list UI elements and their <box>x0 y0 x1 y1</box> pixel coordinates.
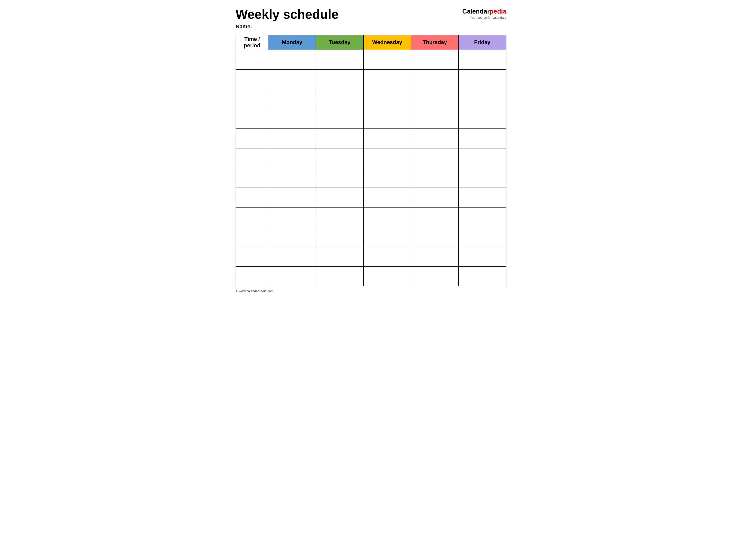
name-label: Name: <box>235 23 338 30</box>
schedule-cell[interactable] <box>459 128 506 148</box>
page-title: Weekly schedule <box>235 7 338 21</box>
schedule-cell[interactable] <box>316 109 363 128</box>
schedule-cell[interactable] <box>459 168 506 187</box>
col-header-time: Time / period <box>236 35 268 50</box>
schedule-cell[interactable] <box>363 266 411 286</box>
schedule-cell[interactable] <box>316 168 363 187</box>
schedule-cell[interactable] <box>316 148 363 168</box>
schedule-cell[interactable] <box>411 148 459 168</box>
schedule-cell[interactable] <box>411 69 459 89</box>
schedule-cell[interactable] <box>363 50 411 69</box>
schedule-cell[interactable] <box>411 168 459 187</box>
time-cell[interactable] <box>236 227 268 247</box>
schedule-cell[interactable] <box>316 227 363 247</box>
schedule-cell[interactable] <box>316 69 363 89</box>
schedule-cell[interactable] <box>459 187 506 207</box>
schedule-cell[interactable] <box>268 109 316 128</box>
schedule-cell[interactable] <box>411 109 459 128</box>
schedule-cell[interactable] <box>363 247 411 266</box>
schedule-cell[interactable] <box>363 227 411 247</box>
time-cell[interactable] <box>236 207 268 227</box>
schedule-cell[interactable] <box>316 187 363 207</box>
table-row <box>236 89 506 109</box>
time-cell[interactable] <box>236 148 268 168</box>
schedule-cell[interactable] <box>316 128 363 148</box>
schedule-cell[interactable] <box>411 128 459 148</box>
copyright: © www.calendarpedia.com <box>235 289 273 293</box>
col-header-tuesday: Tuesday <box>316 35 363 50</box>
schedule-cell[interactable] <box>316 50 363 69</box>
footer: © www.calendarpedia.com <box>235 289 507 293</box>
time-cell[interactable] <box>236 109 268 128</box>
logo-section: Calendarpedia Your source for calendars <box>462 7 507 20</box>
logo-calendar: Calendar <box>462 8 490 15</box>
time-cell[interactable] <box>236 89 268 109</box>
schedule-body <box>236 50 506 286</box>
col-header-wednesday: Wednesday <box>363 35 411 50</box>
time-cell[interactable] <box>236 247 268 266</box>
schedule-cell[interactable] <box>268 187 316 207</box>
schedule-cell[interactable] <box>268 128 316 148</box>
schedule-cell[interactable] <box>316 247 363 266</box>
schedule-cell[interactable] <box>459 247 506 266</box>
schedule-cell[interactable] <box>411 50 459 69</box>
logo-text: Calendarpedia <box>462 7 507 16</box>
schedule-cell[interactable] <box>316 266 363 286</box>
schedule-cell[interactable] <box>268 168 316 187</box>
schedule-cell[interactable] <box>268 207 316 227</box>
schedule-cell[interactable] <box>363 89 411 109</box>
schedule-cell[interactable] <box>316 89 363 109</box>
header: Weekly schedule Name: Calendarpedia Your… <box>235 7 507 30</box>
table-header-row: Time / period Monday Tuesday Wednesday T… <box>236 35 506 50</box>
schedule-cell[interactable] <box>459 109 506 128</box>
schedule-cell[interactable] <box>363 148 411 168</box>
title-section: Weekly schedule Name: <box>235 7 338 30</box>
schedule-cell[interactable] <box>363 168 411 187</box>
time-cell[interactable] <box>236 266 268 286</box>
schedule-cell[interactable] <box>316 207 363 227</box>
schedule-cell[interactable] <box>459 50 506 69</box>
table-row <box>236 148 506 168</box>
col-header-friday: Friday <box>459 35 506 50</box>
schedule-cell[interactable] <box>268 69 316 89</box>
schedule-cell[interactable] <box>268 148 316 168</box>
schedule-cell[interactable] <box>459 89 506 109</box>
logo-subtext: Your source for calendars <box>462 16 507 20</box>
schedule-cell[interactable] <box>363 69 411 89</box>
schedule-cell[interactable] <box>268 227 316 247</box>
schedule-cell[interactable] <box>268 50 316 69</box>
schedule-cell[interactable] <box>268 247 316 266</box>
time-cell[interactable] <box>236 69 268 89</box>
logo-pedia: pedia <box>490 8 507 15</box>
time-cell[interactable] <box>236 128 268 148</box>
schedule-cell[interactable] <box>411 247 459 266</box>
schedule-table: Time / period Monday Tuesday Wednesday T… <box>235 35 507 286</box>
table-row <box>236 109 506 128</box>
time-cell[interactable] <box>236 168 268 187</box>
time-cell[interactable] <box>236 50 268 69</box>
table-row <box>236 69 506 89</box>
schedule-cell[interactable] <box>459 227 506 247</box>
schedule-cell[interactable] <box>411 187 459 207</box>
col-header-thursday: Thursday <box>411 35 459 50</box>
col-header-monday: Monday <box>268 35 316 50</box>
schedule-cell[interactable] <box>459 266 506 286</box>
schedule-cell[interactable] <box>459 69 506 89</box>
schedule-cell[interactable] <box>268 266 316 286</box>
schedule-cell[interactable] <box>363 109 411 128</box>
schedule-cell[interactable] <box>363 187 411 207</box>
page: Weekly schedule Name: Calendarpedia Your… <box>235 7 507 293</box>
schedule-cell[interactable] <box>459 207 506 227</box>
schedule-cell[interactable] <box>459 148 506 168</box>
table-row <box>236 187 506 207</box>
table-row <box>236 266 506 286</box>
schedule-cell[interactable] <box>411 89 459 109</box>
time-cell[interactable] <box>236 187 268 207</box>
schedule-cell[interactable] <box>411 227 459 247</box>
schedule-cell[interactable] <box>411 266 459 286</box>
table-row <box>236 168 506 187</box>
schedule-cell[interactable] <box>363 207 411 227</box>
schedule-cell[interactable] <box>363 128 411 148</box>
schedule-cell[interactable] <box>268 89 316 109</box>
schedule-cell[interactable] <box>411 207 459 227</box>
